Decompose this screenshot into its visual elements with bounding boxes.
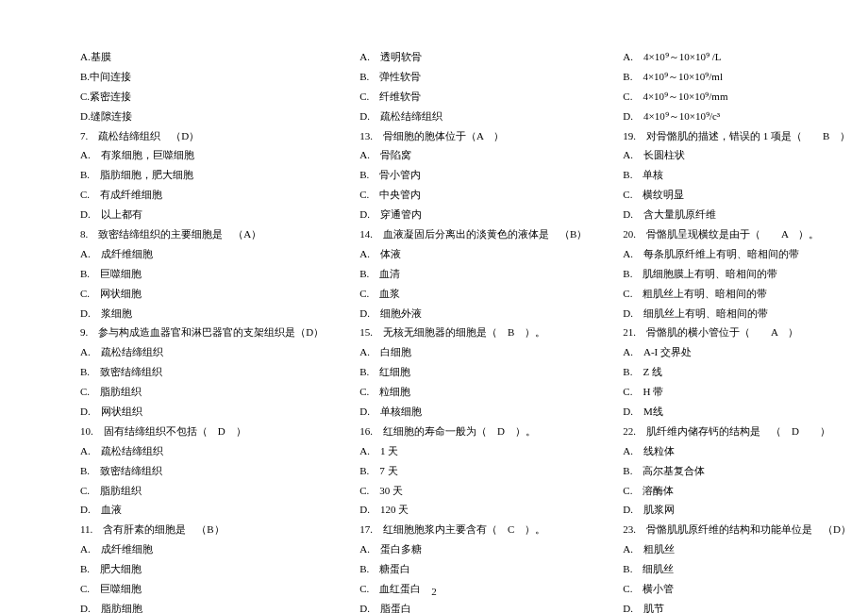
text-line: A. 透明软骨 [359, 47, 587, 67]
text-line: A. 成纤维细胞 [80, 244, 324, 264]
text-line: 7. 疏松结缔组织 （D） [80, 126, 324, 146]
text-line: B. 高尔基复合体 [623, 461, 851, 481]
text-line: C. 脂肪组织 [80, 382, 324, 402]
text-line: C.紧密连接 [80, 87, 324, 107]
text-line: 14. 血液凝固后分离出的淡黄色的液体是 （B） [359, 224, 587, 244]
text-line: C. 溶酶体 [623, 481, 851, 501]
text-line: B. 红细胞 [359, 362, 587, 382]
text-line: 11. 含有肝素的细胞是 （B） [80, 520, 324, 539]
text-line: D. 细肌丝上有明、暗相间的带 [623, 304, 851, 323]
text-line: B. 肥大细胞 [80, 559, 324, 579]
text-line: D. 含大量肌原纤维 [623, 205, 851, 224]
text-line: A. 疏松结缔组织 [80, 441, 324, 461]
text-line: B. 脂肪细胞，肥大细胞 [80, 165, 324, 185]
text-line: D. M线 [623, 402, 851, 422]
text-line: C. 有成纤维细胞 [80, 185, 324, 205]
text-line: A. 长圆柱状 [623, 145, 851, 165]
text-line: 16. 红细胞的寿命一般为（ D ）。 [359, 422, 587, 441]
text-line: 21. 骨骼肌的横小管位于（ A ） [623, 323, 851, 342]
text-line: 20. 骨骼肌呈现横纹是由于（ A ）。 [623, 224, 851, 244]
text-line: A. 线粒体 [623, 441, 851, 461]
text-line: D. 浆细胞 [80, 304, 324, 323]
text-line: 22. 肌纤维内储存钙的结构是 （ D ） [623, 422, 851, 441]
text-line: C. 脂肪组织 [80, 481, 324, 501]
text-line: B. 糖蛋白 [359, 559, 587, 579]
text-line: 19. 对骨骼肌的描述，错误的 1 项是（ B ） [623, 126, 851, 146]
text-line: D.缝隙连接 [80, 107, 324, 126]
column-3: A. 4×10⁹～10×10⁹ /L B. 4×10⁹～10×10⁹/ml C.… [623, 47, 851, 613]
text-line: C. 网状细胞 [80, 284, 324, 304]
text-line: 23. 骨骼肌肌原纤维的结构和功能单位是 （D） [623, 520, 851, 539]
text-line: A. 疏松结缔组织 [80, 342, 324, 362]
text-line: D. 血液 [80, 500, 324, 520]
text-line: C. 横纹明显 [623, 185, 851, 205]
text-line: 9. 参与构成造血器官和淋巴器官的支架组织是（D） [80, 323, 324, 342]
text-line: D. 网状组织 [80, 402, 324, 422]
text-line: A. 白细胞 [359, 342, 587, 362]
text-line: 15. 无核无细胞器的细胞是（ B ）。 [359, 323, 587, 342]
text-line: B. 血清 [359, 264, 587, 284]
text-line: D. 疏松结缔组织 [359, 107, 587, 126]
text-line: B. 肌细胞膜上有明、暗相间的带 [623, 264, 851, 284]
text-line: D. 细胞外液 [359, 304, 587, 323]
column-2: A. 透明软骨 B. 弹性软骨 C. 纤维软骨 D. 疏松结缔组织 13. 骨细… [359, 47, 587, 613]
text-line: A.基膜 [80, 47, 324, 67]
columns-container: A.基膜 B.中间连接 C.紧密连接 D.缝隙连接 7. 疏松结缔组织 （D） … [80, 47, 826, 613]
text-line: C. 血浆 [359, 284, 587, 304]
text-line: A. 成纤维细胞 [80, 539, 324, 559]
text-line: C. 4×10⁹～10×10⁹/mm [623, 87, 851, 107]
text-line: B. 7 天 [359, 461, 587, 481]
text-line: A. 骨陷窝 [359, 145, 587, 165]
text-line: A. 有浆细胞，巨噬细胞 [80, 145, 324, 165]
text-line: B. 致密结缔组织 [80, 461, 324, 481]
text-line: A. 4×10⁹～10×10⁹ /L [623, 47, 851, 67]
text-line: A. 粗肌丝 [623, 539, 851, 559]
text-line: A. 体液 [359, 244, 587, 264]
text-line: B. 4×10⁹～10×10⁹/ml [623, 67, 851, 87]
text-line: B. 细肌丝 [623, 559, 851, 579]
text-line: A. 蛋白多糖 [359, 539, 587, 559]
text-line: 13. 骨细胞的胞体位于（A ） [359, 126, 587, 146]
text-line: B. 弹性软骨 [359, 67, 587, 87]
text-line: C. 中央管内 [359, 185, 587, 205]
text-line: D. 4×10⁹～10×10⁹/c³ [623, 107, 851, 126]
text-line: B. 巨噬细胞 [80, 264, 324, 284]
column-1: A.基膜 B.中间连接 C.紧密连接 D.缝隙连接 7. 疏松结缔组织 （D） … [80, 47, 324, 613]
text-line: C. 30 天 [359, 481, 587, 501]
page: A.基膜 B.中间连接 C.紧密连接 D.缝隙连接 7. 疏松结缔组织 （D） … [0, 0, 868, 613]
text-line: 10. 固有结缔组织不包括（ D ） [80, 422, 324, 441]
text-line: B. 骨小管内 [359, 165, 587, 185]
text-line: D. 穿通管内 [359, 205, 587, 224]
text-line: D. 120 天 [359, 500, 587, 520]
text-line: D. 肌浆网 [623, 500, 851, 520]
text-line: 8. 致密结缔组织的主要细胞是 （A） [80, 224, 324, 244]
text-line: D. 以上都有 [80, 205, 324, 224]
text-line: D. 单核细胞 [359, 402, 587, 422]
text-line: B.中间连接 [80, 67, 324, 87]
text-line: C. 纤维软骨 [359, 87, 587, 107]
text-line: C. 粗肌丝上有明、暗相间的带 [623, 284, 851, 304]
text-line: B. 单核 [623, 165, 851, 185]
text-line: 17. 红细胞胞浆内主要含有（ C ）。 [359, 520, 587, 539]
page-number: 2 [0, 582, 868, 602]
text-line: A. A-I 交界处 [623, 342, 851, 362]
text-line: B. Z 线 [623, 362, 851, 382]
text-line: A. 1 天 [359, 441, 587, 461]
text-line: A. 每条肌原纤维上有明、暗相间的带 [623, 244, 851, 264]
text-line: C. 粒细胞 [359, 382, 587, 402]
text-line: B. 致密结缔组织 [80, 362, 324, 382]
text-line: C. H 带 [623, 382, 851, 402]
